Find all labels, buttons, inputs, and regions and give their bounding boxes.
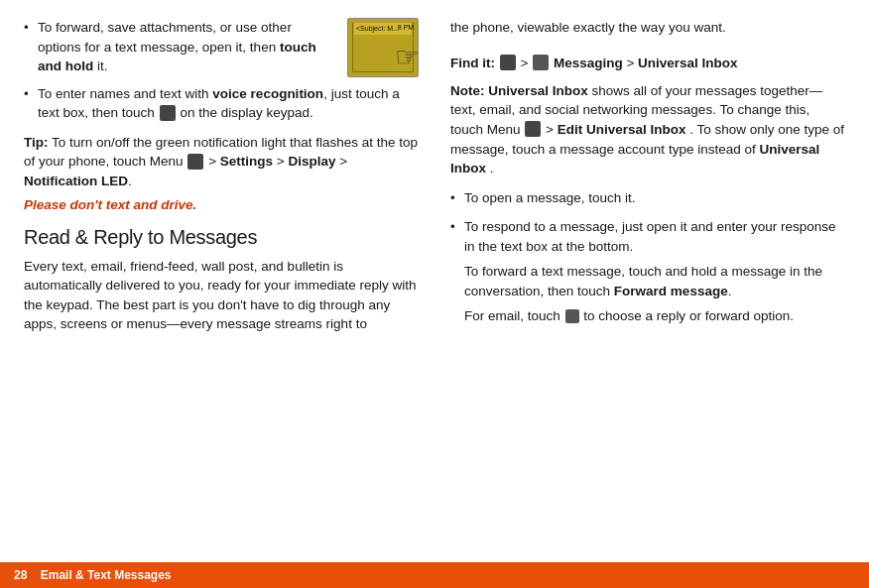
note-block: Note: Universal Inbox shows all of your … — [450, 81, 845, 178]
sub1-period: . — [728, 284, 732, 298]
bullet2-pre: To enter names and text with — [38, 86, 212, 101]
footer-page-number: 28 — [14, 568, 27, 582]
right-intro-text: the phone, viewable exactly the way you … — [450, 18, 845, 38]
sub2-end: to choose a reply or forward option. — [583, 308, 794, 323]
right-bullet-list: To open a message, touch it. To respond … — [450, 188, 845, 326]
sub-text-email: For email, touch to choose a reply or fo… — [464, 306, 845, 326]
phone-screenshot: <Subject: M... 8 PM ☞ — [347, 18, 419, 77]
right-bullet-open: To open a message, touch it. — [450, 188, 845, 208]
menu-icon-inline — [160, 105, 176, 121]
tip-label: Tip: — [24, 135, 49, 150]
bullet-list-left: <Subject: M... 8 PM ☞ To forward, save a… — [24, 18, 419, 123]
right-bullet-respond: To respond to a message, just open it an… — [450, 217, 845, 326]
find-universal: Universal Inbox — [638, 56, 738, 70]
bullet1-text: To forward, save attachments, or use oth… — [38, 20, 292, 55]
footer-spacer — [27, 568, 40, 582]
phone-time: 8 PM — [398, 23, 414, 33]
camera-icon — [500, 55, 516, 70]
menu-icon-note — [525, 121, 541, 137]
content-area: <Subject: M... 8 PM ☞ To forward, save a… — [0, 0, 869, 562]
sub-text-forward: To forward a text message, touch and hol… — [464, 262, 845, 300]
footer-bar: 28 Email & Text Messages — [0, 562, 869, 588]
list-item-forward: <Subject: M... 8 PM ☞ To forward, save a… — [24, 18, 419, 76]
note-edit: Edit Universal Inbox — [558, 122, 686, 137]
bullet1-post: it. — [93, 59, 107, 73]
left-body-text: Every text, email, friend-feed, wall pos… — [24, 257, 419, 334]
hand-icon: ☞ — [395, 38, 419, 77]
left-column: <Subject: M... 8 PM ☞ To forward, save a… — [24, 18, 419, 552]
list-item-voice: To enter names and text with voice recog… — [24, 84, 419, 123]
right-bullet1-text: To open a message, touch it. — [464, 190, 636, 205]
right-bullet2-text: To respond to a message, just open it an… — [464, 219, 835, 254]
bullet2-end: on the display keypad. — [180, 105, 312, 120]
tip-notification: Notification LED — [24, 174, 128, 188]
tip-settings: Settings — [220, 154, 273, 169]
tip-display: Display — [288, 154, 335, 169]
section-heading: Read & Reply to Messages — [24, 226, 419, 249]
phone-screenshot-container: <Subject: M... 8 PM ☞ — [347, 18, 419, 77]
tip-period: . — [128, 174, 132, 188]
note-period: . — [490, 161, 494, 176]
note-bold: Universal Inbox — [488, 83, 588, 98]
page-container: <Subject: M... 8 PM ☞ To forward, save a… — [0, 0, 869, 588]
note-label: Note: — [450, 83, 485, 98]
msg-icon — [533, 55, 549, 70]
footer-section-label: Email & Text Messages — [41, 568, 172, 582]
sub2-pre: For email, touch — [464, 308, 564, 323]
find-it-block: Find it: > Messaging > Universal Inbox — [450, 54, 845, 73]
red-warning: Please don't text and drive. — [24, 197, 419, 212]
find-messaging: Messaging — [554, 56, 623, 70]
find-it-label: Find it: — [450, 56, 495, 70]
tip-paragraph: Tip: To turn on/off the green notificati… — [24, 133, 419, 191]
sub1-bold: Forward message — [614, 284, 728, 298]
menu-icon-tip — [187, 154, 203, 170]
bullet2-bold: voice recognition — [212, 86, 323, 101]
right-column: the phone, viewable exactly the way you … — [450, 18, 845, 552]
email-icon — [565, 309, 579, 323]
